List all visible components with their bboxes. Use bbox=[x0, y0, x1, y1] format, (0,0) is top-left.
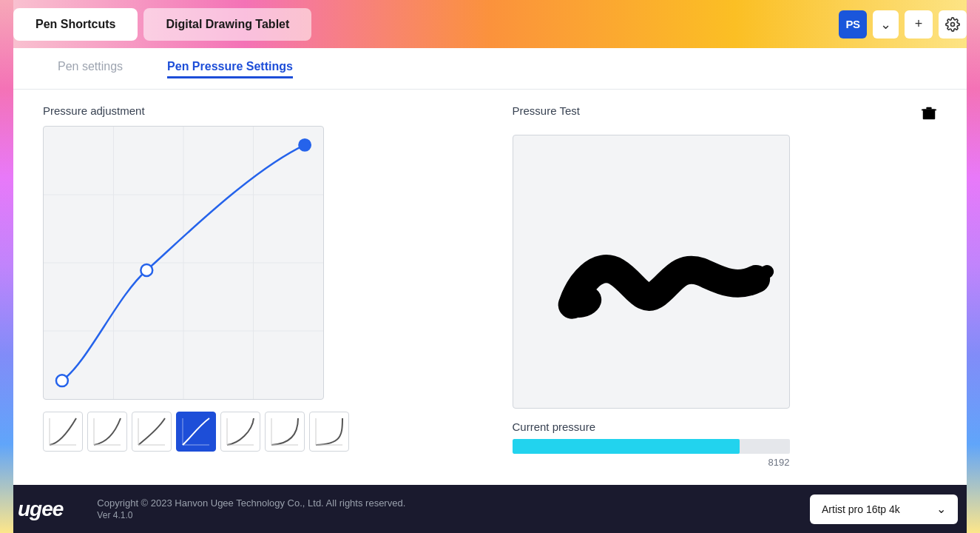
svg-point-7 bbox=[56, 375, 68, 386]
svg-rect-26 bbox=[922, 110, 936, 111]
device-dropdown[interactable]: Artist pro 16tp 4k ⌄ bbox=[810, 495, 958, 524]
tab-pen-shortcuts[interactable]: Pen Shortcuts bbox=[13, 8, 138, 41]
tab-digital-drawing[interactable]: Digital Drawing Tablet bbox=[143, 8, 311, 41]
add-app-button[interactable]: + bbox=[905, 10, 933, 38]
svg-point-8 bbox=[141, 264, 152, 276]
gradient-border-left bbox=[0, 0, 13, 533]
preset-btn-1[interactable] bbox=[43, 412, 83, 452]
pressure-test-canvas[interactable] bbox=[513, 135, 790, 409]
preset-btn-3[interactable] bbox=[132, 412, 172, 452]
chevron-down-icon: ⌄ bbox=[880, 16, 891, 33]
trash-icon[interactable] bbox=[921, 105, 937, 125]
settings-button[interactable] bbox=[939, 10, 967, 38]
tab-pen-pressure-settings[interactable]: Pen Pressure Settings bbox=[167, 60, 293, 78]
preset-btn-2[interactable] bbox=[87, 412, 127, 452]
preset-btn-7[interactable] bbox=[309, 412, 349, 452]
ugee-logo: ugee bbox=[18, 497, 63, 521]
current-pressure-label: Current pressure bbox=[513, 420, 938, 433]
footer: ugee Copyright © 2023 Hanvon Ugee Techno… bbox=[0, 485, 980, 533]
svg-point-9 bbox=[299, 139, 311, 151]
device-label: Artist pro 16tp 4k bbox=[822, 503, 900, 515]
pressure-test-title: Pressure Test bbox=[513, 104, 580, 117]
presets-row bbox=[43, 412, 349, 452]
pressure-test-header: Pressure Test bbox=[513, 104, 938, 126]
brush-stroke-svg bbox=[513, 135, 789, 409]
ps-badge: PS bbox=[839, 10, 867, 38]
pressure-bar-container bbox=[513, 439, 790, 454]
footer-version: Ver 4.1.0 bbox=[97, 510, 405, 520]
main-content: Pen settings Pen Pressure Settings Press… bbox=[13, 48, 967, 485]
preset-btn-5[interactable] bbox=[220, 412, 260, 452]
pressure-adjustment-title: Pressure adjustment bbox=[43, 104, 145, 117]
app-dropdown[interactable]: ⌄ bbox=[873, 10, 899, 38]
pressure-bar-fill bbox=[513, 439, 740, 454]
chevron-down-icon: ⌄ bbox=[936, 502, 946, 516]
curve-container[interactable] bbox=[43, 126, 324, 400]
left-panel: Pressure adjustment bbox=[43, 104, 468, 470]
gear-icon bbox=[945, 17, 960, 32]
preset-btn-4[interactable] bbox=[176, 412, 216, 452]
svg-point-0 bbox=[951, 22, 955, 26]
current-pressure-section: Current pressure 8192 bbox=[513, 420, 938, 468]
svg-rect-25 bbox=[926, 107, 931, 110]
gradient-border-right bbox=[967, 0, 980, 533]
footer-right: Artist pro 16tp 4k ⌄ bbox=[810, 495, 958, 524]
svg-rect-24 bbox=[923, 110, 936, 120]
sub-tabs: Pen settings Pen Pressure Settings bbox=[13, 48, 967, 90]
right-panel: Pressure Test bbox=[513, 104, 938, 470]
pressure-curve-svg bbox=[44, 127, 323, 399]
footer-copyright: Copyright © 2023 Hanvon Ugee Technology … bbox=[97, 497, 405, 509]
preset-btn-6[interactable] bbox=[265, 412, 305, 452]
top-header: Pen Shortcuts Digital Drawing Tablet PS … bbox=[0, 0, 980, 48]
pressure-value: 8192 bbox=[513, 457, 790, 468]
tab-pen-settings[interactable]: Pen settings bbox=[58, 60, 123, 78]
header-right: PS ⌄ + bbox=[839, 10, 967, 38]
content-panels: Pressure adjustment bbox=[13, 90, 967, 485]
plus-icon: + bbox=[915, 16, 923, 32]
